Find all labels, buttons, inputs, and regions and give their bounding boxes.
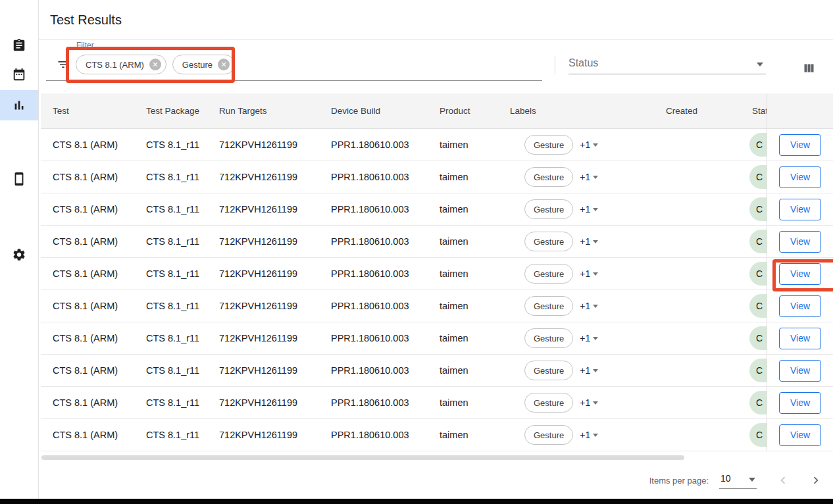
view-button[interactable]: View	[779, 166, 821, 188]
filter-list-icon	[57, 58, 70, 71]
view-button[interactable]: View	[779, 134, 821, 156]
chevron-down-icon	[593, 305, 598, 308]
filter-chip-label: CTS 8.1 (ARM)	[86, 60, 144, 70]
view-button[interactable]: View	[779, 263, 821, 285]
items-per-page-label: Items per page:	[649, 476, 709, 486]
cell-product: taimen	[428, 301, 498, 311]
view-button[interactable]: View	[779, 424, 821, 446]
table-scroll-area: Test Test Package Run Targets Device Bui…	[41, 93, 767, 451]
close-icon[interactable]: ✕	[218, 59, 230, 70]
label-chip: Gesture	[524, 296, 573, 316]
cell-labels: Gesture+1	[498, 232, 654, 251]
table-row: CTS 8.1 (ARM)CTS 8.1_r11712KPVH1261199PP…	[41, 322, 767, 355]
cell-status: C	[740, 230, 767, 253]
calendar-icon	[12, 67, 26, 82]
more-labels-toggle[interactable]: +1	[580, 139, 598, 150]
bar-chart-icon	[12, 98, 26, 113]
cell-test: CTS 8.1 (ARM)	[41, 397, 134, 408]
view-button[interactable]: View	[779, 231, 821, 253]
status-select-placeholder: Status	[568, 57, 598, 68]
action-cell: View	[767, 290, 833, 322]
action-cell: View	[767, 129, 833, 161]
filter-chip: Gesture ✕	[172, 55, 235, 74]
chevron-down-icon	[593, 272, 598, 276]
more-labels-toggle[interactable]: +1	[580, 333, 598, 343]
status-chip: C	[749, 262, 767, 286]
sidebar-item-tests[interactable]	[0, 30, 38, 61]
view-button[interactable]: View	[779, 392, 821, 414]
cell-run-targets: 712KPVH1261199	[207, 236, 319, 247]
horizontal-scrollbar-thumb[interactable]	[41, 455, 684, 460]
label-chip: Gesture	[524, 425, 573, 445]
filter-chip-label: Gesture	[182, 60, 213, 70]
view-button[interactable]: View	[779, 360, 821, 382]
cell-product: taimen	[428, 333, 498, 343]
more-labels-toggle[interactable]: +1	[580, 268, 598, 279]
column-header-created: Created	[654, 106, 740, 116]
more-labels-toggle[interactable]: +1	[580, 365, 598, 376]
status-chip: C	[749, 197, 767, 221]
chevron-down-icon	[593, 240, 598, 243]
chevron-down-icon	[749, 478, 755, 482]
view-button[interactable]: View	[779, 295, 821, 317]
cell-device-build: PPR1.180610.003	[319, 268, 428, 279]
status-select[interactable]: Status	[568, 57, 766, 74]
cell-labels: Gesture+1	[498, 425, 654, 445]
chevron-down-icon	[593, 434, 598, 437]
sidebar-item-schedule[interactable]	[0, 59, 38, 89]
more-labels-toggle[interactable]: +1	[580, 172, 598, 182]
cell-test: CTS 8.1 (ARM)	[41, 365, 134, 376]
view-button[interactable]: View	[779, 328, 821, 349]
table-row: CTS 8.1 (ARM)CTS 8.1_r11712KPVH1261199PP…	[41, 258, 767, 290]
action-column-header	[767, 93, 833, 129]
cell-test: CTS 8.1 (ARM)	[41, 268, 134, 279]
cell-device-build: PPR1.180610.003	[319, 365, 428, 376]
more-labels-toggle[interactable]: +1	[580, 397, 598, 408]
cell-test: CTS 8.1 (ARM)	[41, 236, 134, 247]
cell-labels: Gesture+1	[498, 361, 654, 380]
action-cell: View	[767, 419, 833, 451]
label-chip: Gesture	[524, 199, 573, 219]
table-row: CTS 8.1 (ARM)CTS 8.1_r11712KPVH1261199PP…	[41, 226, 767, 258]
cell-test-package: CTS 8.1_r11	[134, 139, 207, 150]
column-settings-button[interactable]	[800, 59, 817, 76]
cell-product: taimen	[428, 204, 498, 214]
items-per-page-select[interactable]: 10	[719, 472, 757, 489]
cell-test: CTS 8.1 (ARM)	[41, 204, 134, 214]
table-row: CTS 8.1 (ARM)CTS 8.1_r11712KPVH1261199PP…	[41, 419, 767, 451]
cell-status: C	[740, 165, 767, 189]
chevron-left-icon	[776, 473, 790, 488]
label-chip: Gesture	[524, 232, 573, 251]
action-cell: View	[767, 387, 833, 419]
more-labels-toggle[interactable]: +1	[580, 236, 598, 247]
column-header-labels: Labels	[498, 106, 654, 116]
cell-test: CTS 8.1 (ARM)	[41, 301, 134, 311]
next-page-button[interactable]	[807, 471, 825, 490]
cell-device-build: PPR1.180610.003	[319, 333, 428, 343]
status-chip: C	[749, 423, 767, 447]
cell-device-build: PPR1.180610.003	[319, 430, 428, 440]
cell-status: C	[740, 133, 767, 157]
previous-page-button[interactable]	[774, 471, 792, 490]
page-title: Test Results	[50, 13, 122, 28]
close-icon[interactable]: ✕	[149, 59, 161, 70]
more-labels-toggle[interactable]: +1	[580, 301, 598, 311]
more-labels-toggle[interactable]: +1	[580, 204, 598, 214]
cell-run-targets: 712KPVH1261199	[207, 268, 319, 279]
chevron-down-icon	[593, 401, 598, 405]
sidebar-item-devices[interactable]	[0, 164, 38, 194]
chevron-down-icon	[593, 208, 598, 211]
page-header: Test Results	[39, 0, 833, 40]
status-chip: C	[749, 165, 767, 189]
filter-chip: CTS 8.1 (ARM) ✕	[76, 55, 166, 74]
column-header-run-targets: Run Targets	[207, 106, 319, 116]
table-action-column: ViewViewViewViewViewViewViewViewViewView	[767, 93, 833, 451]
cell-product: taimen	[428, 172, 498, 182]
sidebar	[0, 0, 39, 499]
sidebar-item-settings[interactable]	[0, 239, 38, 270]
more-labels-toggle[interactable]: +1	[580, 430, 598, 440]
filter-input[interactable]	[46, 80, 542, 81]
main-content: Test Results Filter CTS 8.1 (ARM) ✕ Gest…	[39, 0, 833, 499]
sidebar-item-test-results[interactable]	[0, 90, 38, 120]
view-button[interactable]: View	[779, 199, 821, 220]
